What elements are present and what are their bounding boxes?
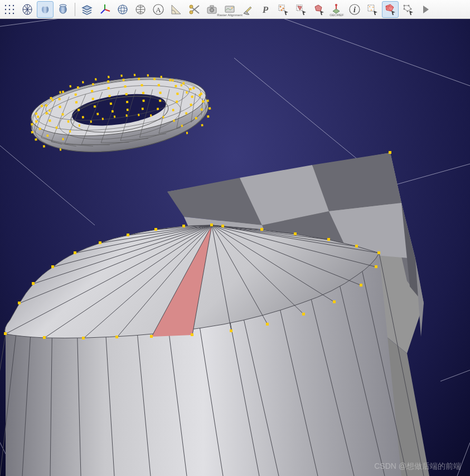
svg-point-17 <box>118 5 127 14</box>
georef-icon[interactable]: GEOREF <box>328 1 345 18</box>
svg-rect-107 <box>115 336 118 338</box>
svg-point-18 <box>118 8 127 11</box>
next-icon[interactable] <box>418 1 434 18</box>
info-icon[interactable]: i <box>346 1 363 18</box>
svg-point-45 <box>410 8 412 9</box>
main-toolbar: A Raster Alignment P GEOREF i <box>0 0 470 19</box>
svg-rect-104 <box>377 251 380 254</box>
3d-viewport[interactable] <box>0 19 470 476</box>
svg-line-15 <box>105 9 110 11</box>
svg-point-44 <box>408 4 410 6</box>
axes-icon[interactable] <box>96 1 113 18</box>
svg-rect-27 <box>210 6 214 7</box>
raster-sublabel: Raster Alignment <box>217 13 243 17</box>
svg-rect-110 <box>230 329 232 332</box>
svg-rect-114 <box>360 284 362 286</box>
svg-rect-137 <box>189 88 192 91</box>
svg-text:A: A <box>156 6 161 14</box>
svg-point-33 <box>283 7 284 9</box>
svg-rect-90 <box>18 302 21 304</box>
svg-rect-115 <box>375 265 377 268</box>
svg-rect-128 <box>45 104 48 107</box>
svg-point-3 <box>5 8 6 9</box>
svg-rect-103 <box>355 245 358 247</box>
svg-rect-95 <box>127 234 129 236</box>
svg-rect-102 <box>327 238 330 241</box>
svg-rect-89 <box>4 332 7 335</box>
svg-rect-127 <box>35 113 38 115</box>
svg-rect-135 <box>158 84 161 86</box>
toolbar-separator <box>75 3 75 16</box>
layers-icon[interactable] <box>79 1 95 18</box>
svg-point-41 <box>372 7 374 8</box>
globe-icon[interactable] <box>132 1 149 18</box>
svg-rect-131 <box>91 90 94 93</box>
svg-point-26 <box>210 8 214 12</box>
render-points-icon[interactable] <box>1 1 18 18</box>
svg-rect-139 <box>206 100 209 103</box>
svg-point-47 <box>404 8 405 9</box>
raster-align-icon[interactable]: Raster Alignment <box>221 1 238 18</box>
svg-line-16 <box>101 9 105 13</box>
render-flat-icon[interactable] <box>55 1 71 18</box>
svg-point-36 <box>335 4 337 6</box>
plugin-p-icon[interactable]: P <box>257 1 274 18</box>
svg-rect-109 <box>191 333 193 336</box>
select-connected-icon[interactable] <box>311 1 327 18</box>
measure-angle-icon[interactable] <box>168 1 185 18</box>
scene-svg <box>0 19 470 476</box>
svg-point-13 <box>60 4 66 7</box>
svg-rect-105 <box>43 336 46 339</box>
svg-rect-108 <box>150 335 153 338</box>
svg-text:P: P <box>262 4 269 15</box>
svg-rect-129 <box>58 98 61 101</box>
select-region-icon[interactable] <box>364 1 381 18</box>
svg-point-8 <box>13 12 14 13</box>
svg-point-7 <box>9 12 10 13</box>
svg-rect-136 <box>175 85 177 88</box>
svg-point-43 <box>404 4 405 6</box>
svg-rect-111 <box>266 323 269 326</box>
svg-rect-10 <box>42 6 49 13</box>
render-flat-lines-icon[interactable] <box>37 1 54 18</box>
svg-point-42 <box>371 9 372 11</box>
svg-point-11 <box>42 4 49 7</box>
svg-point-4 <box>9 8 10 9</box>
svg-rect-101 <box>294 232 297 235</box>
svg-rect-106 <box>82 337 85 339</box>
svg-rect-130 <box>74 93 77 96</box>
svg-point-6 <box>5 12 6 13</box>
svg-rect-116 <box>389 151 391 154</box>
select-nodes-icon[interactable] <box>400 1 416 18</box>
scissors-icon[interactable] <box>186 1 202 18</box>
select-faces-rect-icon[interactable] <box>293 1 309 18</box>
svg-point-29 <box>231 7 233 8</box>
svg-rect-91 <box>32 282 35 285</box>
svg-rect-96 <box>154 228 157 231</box>
svg-rect-112 <box>302 313 305 315</box>
svg-point-19 <box>121 5 124 14</box>
svg-rect-126 <box>31 123 33 126</box>
paint-icon[interactable] <box>239 1 256 18</box>
trackball-icon[interactable] <box>114 1 131 18</box>
svg-rect-92 <box>51 265 54 268</box>
svg-point-0 <box>5 4 6 6</box>
svg-point-32 <box>280 6 282 7</box>
svg-point-46 <box>407 10 409 12</box>
select-faces-icon[interactable] <box>382 1 399 18</box>
georef-sublabel: GEOREF <box>330 13 343 17</box>
svg-rect-132 <box>107 87 110 90</box>
select-vertices-icon[interactable] <box>275 1 292 18</box>
svg-rect-93 <box>74 251 76 254</box>
svg-rect-99 <box>221 225 224 227</box>
torus-mesh <box>25 62 215 162</box>
svg-point-2 <box>13 4 14 6</box>
svg-point-40 <box>369 6 370 7</box>
svg-line-48 <box>0 334 6 476</box>
render-wireframe-icon[interactable] <box>19 1 36 18</box>
svg-rect-98 <box>210 224 213 226</box>
annotation-icon[interactable]: A <box>150 1 167 18</box>
svg-point-1 <box>9 4 10 6</box>
svg-rect-97 <box>182 225 185 227</box>
svg-point-5 <box>13 8 14 9</box>
